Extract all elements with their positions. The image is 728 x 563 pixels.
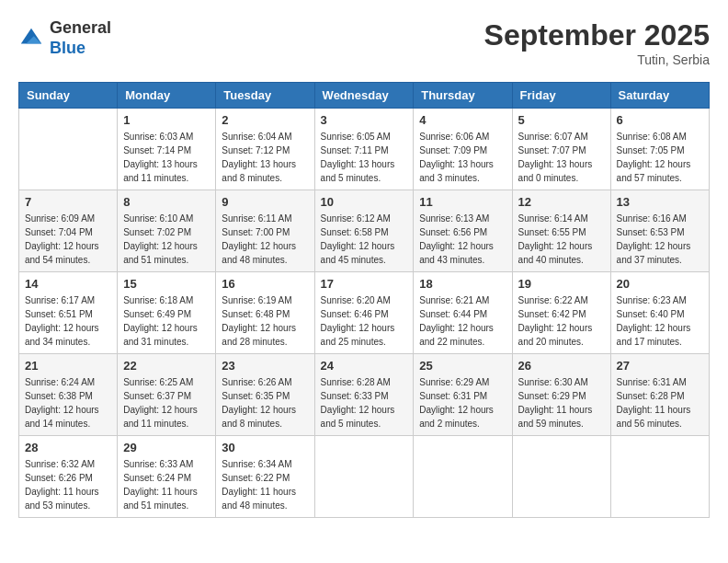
day-info: Sunrise: 6:14 AM Sunset: 6:55 PM Dayligh… (518, 212, 605, 267)
day-number: 25 (419, 359, 506, 373)
table-cell: 17Sunrise: 6:20 AM Sunset: 6:46 PM Dayli… (314, 272, 414, 354)
table-cell (414, 436, 512, 518)
location: Tutin, Serbia (484, 52, 710, 67)
table-cell: 2Sunrise: 6:04 AM Sunset: 7:12 PM Daylig… (216, 109, 314, 190)
col-tuesday: Tuesday (216, 83, 314, 109)
table-cell: 7Sunrise: 6:09 AM Sunset: 7:04 PM Daylig… (19, 190, 118, 272)
day-info: Sunrise: 6:03 AM Sunset: 7:14 PM Dayligh… (123, 130, 210, 185)
day-info: Sunrise: 6:06 AM Sunset: 7:09 PM Dayligh… (419, 130, 506, 185)
day-info: Sunrise: 6:22 AM Sunset: 6:42 PM Dayligh… (518, 293, 605, 349)
day-number: 11 (419, 195, 506, 209)
day-number: 30 (222, 441, 308, 454)
table-cell: 11Sunrise: 6:13 AM Sunset: 6:56 PM Dayli… (414, 190, 512, 272)
col-wednesday: Wednesday (314, 83, 414, 109)
day-info: Sunrise: 6:30 AM Sunset: 6:29 PM Dayligh… (518, 375, 605, 431)
day-info: Sunrise: 6:31 AM Sunset: 6:28 PM Dayligh… (617, 375, 703, 431)
table-cell: 26Sunrise: 6:30 AM Sunset: 6:29 PM Dayli… (512, 354, 610, 436)
week-row-2: 7Sunrise: 6:09 AM Sunset: 7:04 PM Daylig… (19, 190, 710, 272)
col-sunday: Sunday (19, 83, 118, 109)
day-number: 7 (25, 195, 111, 209)
table-cell: 25Sunrise: 6:29 AM Sunset: 6:31 PM Dayli… (414, 354, 512, 436)
page-header: General Blue September 2025 Tutin, Serbi… (18, 18, 710, 67)
week-row-4: 21Sunrise: 6:24 AM Sunset: 6:38 PM Dayli… (19, 354, 710, 436)
day-info: Sunrise: 6:11 AM Sunset: 7:00 PM Dayligh… (222, 212, 308, 267)
table-cell: 16Sunrise: 6:19 AM Sunset: 6:48 PM Dayli… (216, 272, 314, 354)
col-friday: Friday (512, 83, 610, 109)
day-number: 12 (518, 195, 605, 209)
day-info: Sunrise: 6:29 AM Sunset: 6:31 PM Dayligh… (419, 375, 506, 431)
week-row-5: 28Sunrise: 6:32 AM Sunset: 6:26 PM Dayli… (19, 436, 710, 518)
day-number: 23 (222, 359, 308, 373)
day-info: Sunrise: 6:07 AM Sunset: 7:07 PM Dayligh… (518, 130, 605, 185)
day-number: 22 (123, 359, 210, 373)
logo: General Blue (18, 18, 111, 58)
table-cell: 18Sunrise: 6:21 AM Sunset: 6:44 PM Dayli… (414, 272, 512, 354)
week-row-3: 14Sunrise: 6:17 AM Sunset: 6:51 PM Dayli… (19, 272, 710, 354)
table-cell: 10Sunrise: 6:12 AM Sunset: 6:58 PM Dayli… (314, 190, 414, 272)
day-number: 5 (518, 113, 605, 127)
day-info: Sunrise: 6:25 AM Sunset: 6:37 PM Dayligh… (123, 375, 210, 431)
day-info: Sunrise: 6:23 AM Sunset: 6:40 PM Dayligh… (617, 293, 703, 349)
day-number: 18 (419, 277, 506, 291)
day-info: Sunrise: 6:33 AM Sunset: 6:24 PM Dayligh… (123, 457, 210, 512)
logo-icon (18, 26, 44, 52)
day-number: 6 (617, 113, 703, 127)
day-number: 15 (123, 277, 210, 291)
table-cell (19, 109, 118, 190)
day-info: Sunrise: 6:26 AM Sunset: 6:35 PM Dayligh… (222, 375, 308, 431)
day-number: 24 (321, 359, 408, 373)
col-monday: Monday (118, 83, 216, 109)
day-number: 10 (321, 195, 408, 209)
month-title: September 2025 (484, 18, 710, 52)
day-number: 27 (617, 359, 703, 373)
day-number: 17 (321, 277, 408, 291)
table-cell (314, 436, 414, 518)
day-number: 14 (25, 277, 111, 291)
table-cell: 12Sunrise: 6:14 AM Sunset: 6:55 PM Dayli… (512, 190, 610, 272)
table-cell: 6Sunrise: 6:08 AM Sunset: 7:05 PM Daylig… (610, 109, 709, 190)
day-number: 16 (222, 277, 308, 291)
calendar: Sunday Monday Tuesday Wednesday Thursday… (18, 82, 710, 518)
table-cell: 22Sunrise: 6:25 AM Sunset: 6:37 PM Dayli… (118, 354, 216, 436)
table-cell: 20Sunrise: 6:23 AM Sunset: 6:40 PM Dayli… (610, 272, 709, 354)
day-info: Sunrise: 6:16 AM Sunset: 6:53 PM Dayligh… (617, 212, 703, 267)
day-info: Sunrise: 6:20 AM Sunset: 6:46 PM Dayligh… (321, 293, 408, 349)
day-number: 3 (321, 113, 408, 127)
day-info: Sunrise: 6:09 AM Sunset: 7:04 PM Dayligh… (25, 212, 111, 267)
day-info: Sunrise: 6:32 AM Sunset: 6:26 PM Dayligh… (25, 457, 111, 512)
day-number: 20 (617, 277, 703, 291)
day-number: 2 (222, 113, 308, 127)
table-cell: 8Sunrise: 6:10 AM Sunset: 7:02 PM Daylig… (118, 190, 216, 272)
day-info: Sunrise: 6:10 AM Sunset: 7:02 PM Dayligh… (123, 212, 210, 267)
table-cell: 13Sunrise: 6:16 AM Sunset: 6:53 PM Dayli… (610, 190, 709, 272)
table-cell (610, 436, 709, 518)
table-cell: 21Sunrise: 6:24 AM Sunset: 6:38 PM Dayli… (19, 354, 118, 436)
table-cell: 15Sunrise: 6:18 AM Sunset: 6:49 PM Dayli… (118, 272, 216, 354)
day-number: 1 (123, 113, 210, 127)
day-number: 13 (617, 195, 703, 209)
table-cell: 19Sunrise: 6:22 AM Sunset: 6:42 PM Dayli… (512, 272, 610, 354)
day-number: 29 (123, 441, 210, 454)
day-info: Sunrise: 6:12 AM Sunset: 6:58 PM Dayligh… (321, 212, 408, 267)
day-info: Sunrise: 6:19 AM Sunset: 6:48 PM Dayligh… (222, 293, 308, 349)
table-cell: 28Sunrise: 6:32 AM Sunset: 6:26 PM Dayli… (19, 436, 118, 518)
day-info: Sunrise: 6:17 AM Sunset: 6:51 PM Dayligh… (25, 293, 111, 349)
week-row-1: 1Sunrise: 6:03 AM Sunset: 7:14 PM Daylig… (19, 109, 710, 190)
day-info: Sunrise: 6:34 AM Sunset: 6:22 PM Dayligh… (222, 457, 308, 512)
day-info: Sunrise: 6:05 AM Sunset: 7:11 PM Dayligh… (321, 130, 408, 185)
day-info: Sunrise: 6:28 AM Sunset: 6:33 PM Dayligh… (321, 375, 408, 431)
day-number: 19 (518, 277, 605, 291)
table-cell: 23Sunrise: 6:26 AM Sunset: 6:35 PM Dayli… (216, 354, 314, 436)
day-number: 28 (25, 441, 111, 454)
table-cell: 29Sunrise: 6:33 AM Sunset: 6:24 PM Dayli… (118, 436, 216, 518)
table-cell: 1Sunrise: 6:03 AM Sunset: 7:14 PM Daylig… (118, 109, 216, 190)
calendar-header-row: Sunday Monday Tuesday Wednesday Thursday… (19, 83, 710, 109)
day-info: Sunrise: 6:08 AM Sunset: 7:05 PM Dayligh… (617, 130, 703, 185)
day-info: Sunrise: 6:24 AM Sunset: 6:38 PM Dayligh… (25, 375, 111, 431)
day-info: Sunrise: 6:13 AM Sunset: 6:56 PM Dayligh… (419, 212, 506, 267)
table-cell: 30Sunrise: 6:34 AM Sunset: 6:22 PM Dayli… (216, 436, 314, 518)
col-saturday: Saturday (610, 83, 709, 109)
table-cell: 14Sunrise: 6:17 AM Sunset: 6:51 PM Dayli… (19, 272, 118, 354)
table-cell: 24Sunrise: 6:28 AM Sunset: 6:33 PM Dayli… (314, 354, 414, 436)
day-number: 9 (222, 195, 308, 209)
